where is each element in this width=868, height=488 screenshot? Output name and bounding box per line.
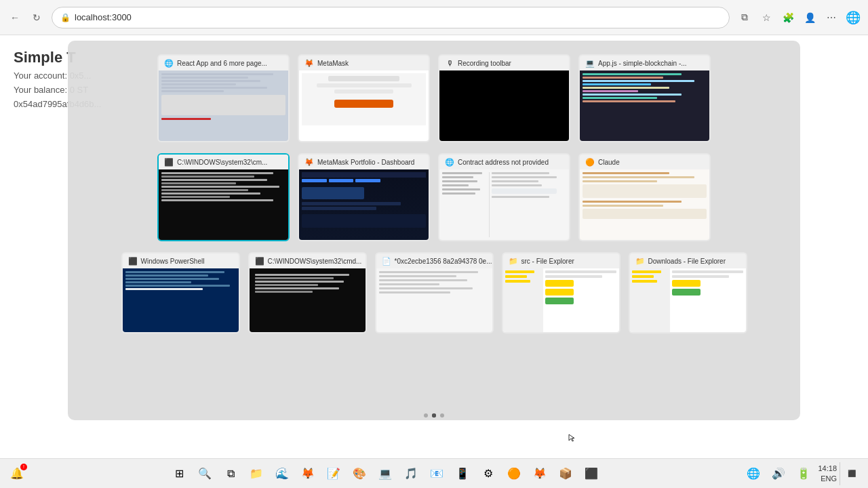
alttab-overlay: 🌐 React App and 6 more page... 🦊 MetaMas…: [68, 41, 800, 420]
downloads-icon: 📁: [635, 256, 645, 266]
claude-preview: [580, 169, 709, 240]
taskbar-notification[interactable]: 🔔 !: [5, 462, 28, 485]
taskbar-left: 🔔 !: [5, 462, 28, 485]
window-thumb-claude[interactable]: 🟠 Claude: [578, 153, 711, 241]
more-button[interactable]: ⋯: [822, 8, 841, 27]
window-header-src-explorer: 📁 src - File Explorer: [503, 253, 619, 268]
window-thumb-downloads-explorer[interactable]: 📁 Downloads - File Explorer: [629, 252, 747, 333]
taskbar-settings[interactable]: ⚙: [477, 462, 500, 485]
tray-network[interactable]: 🌐: [742, 462, 765, 485]
appjs-title: App.js - simple-blockchain -...: [598, 60, 687, 67]
downloads-preview: [630, 268, 746, 332]
window-row-1: 🌐 React App and 6 more page... 🦊 MetaMas…: [81, 54, 787, 142]
lock-icon: 🔒: [60, 13, 71, 22]
cmd2-preview: [250, 268, 366, 332]
taskbar-paint[interactable]: 🎨: [348, 462, 371, 485]
window-header-mm-portfolio: 🦊 MetaMask Portfolio - Dashboard: [299, 155, 429, 169]
taskbar: 🔔 ! ⊞ 🔍 ⧉ 📁 🌊 🦊 📝 🎨 💻 🎵 📧 📱 ⚙ 🟠 🦊 📦 ⬛ 🌐 …: [0, 458, 868, 488]
taskbar-edge[interactable]: 🌊: [271, 462, 294, 485]
profile-button[interactable]: 👤: [800, 8, 819, 27]
tray-sound[interactable]: 🔊: [767, 462, 790, 485]
src-explorer-title: src - File Explorer: [521, 258, 574, 265]
metamask-icon: 🦊: [304, 58, 314, 68]
window-header-js-file: 📄 *0xc2ecbe1356 8a2a94378 0e...: [376, 253, 492, 268]
taskbar-package[interactable]: 📦: [554, 462, 577, 485]
window-header-claude: 🟠 Claude: [580, 155, 709, 169]
refresh-button[interactable]: ↻: [27, 8, 46, 27]
react-title: React App and 6 more page...: [177, 60, 267, 67]
bookmark-button[interactable]: ☆: [757, 8, 776, 27]
clock[interactable]: 14:18 ENG: [818, 464, 837, 483]
taskbar-metamask[interactable]: 🦊: [296, 462, 319, 485]
taskbar-claude-app[interactable]: 🟠: [502, 462, 526, 485]
contract-title: Contract address not provided: [458, 159, 549, 166]
taskbar-phone[interactable]: 📱: [451, 462, 474, 485]
window-thumb-mm-portfolio[interactable]: 🦊 MetaMask Portfolio - Dashboard: [298, 153, 430, 241]
browser-nav-buttons: ← ↻: [5, 8, 46, 27]
window-header-powershell: ⬛ Windows PowerShell: [123, 253, 239, 268]
window-thumb-js-file[interactable]: 📄 *0xc2ecbe1356 8a2a94378 0e...: [375, 252, 494, 333]
taskbar-taskview[interactable]: ⧉: [219, 462, 242, 485]
window-row-2: ⬛ C:\WINDOWS\system32\cm... 🦊 MetaMask P…: [81, 153, 787, 241]
downloads-title: Downloads - File Explorer: [648, 258, 726, 265]
mm-portfolio-icon: 🦊: [304, 157, 314, 167]
clock-lang: ENG: [818, 474, 837, 483]
address-bar[interactable]: 🔒 localhost:3000: [52, 7, 730, 28]
contract-preview: [439, 169, 569, 240]
taskbar-vscode[interactable]: 💻: [374, 462, 397, 485]
powershell-preview: [123, 268, 239, 332]
window-header-appjs: 💻 App.js - simple-blockchain -...: [580, 56, 709, 70]
window-thumb-react-app[interactable]: 🌐 React App and 6 more page...: [157, 54, 290, 142]
window-thumb-cmd1[interactable]: ⬛ C:\WINDOWS\system32\cm...: [157, 153, 290, 241]
taskbar-spotify[interactable]: 🎵: [399, 462, 422, 485]
window-thumb-appjs[interactable]: 💻 App.js - simple-blockchain -...: [578, 54, 711, 142]
cmd2-title: C:\WINDOWS\system32\cmd...: [268, 258, 362, 265]
recording-title: Recording toolbar: [458, 60, 511, 67]
window-row-3: ⬛ Windows PowerShell ⬛ C:\WINDOWS\system…: [81, 252, 787, 333]
js-file-icon: 📄: [382, 256, 391, 266]
mm-portfolio-title: MetaMask Portfolio - Dashboard: [317, 159, 414, 166]
appjs-icon: 💻: [585, 58, 595, 68]
extensions-button[interactable]: 🧩: [778, 8, 797, 27]
taskbar-terminal[interactable]: ⬛: [580, 462, 603, 485]
window-thumb-recording[interactable]: 🎙 Recording toolbar: [438, 54, 570, 142]
show-desktop-button[interactable]: ⬛: [840, 462, 863, 485]
window-thumb-cmd2[interactable]: ⬛ C:\WINDOWS\system32\cmd...: [248, 252, 367, 333]
js-file-title: *0xc2ecbe1356 8a2a94378 0e...: [395, 258, 492, 265]
src-explorer-preview: [503, 268, 619, 332]
tray-battery[interactable]: 🔋: [792, 462, 815, 485]
window-header-metamask: 🦊 MetaMask: [299, 56, 429, 70]
edge-icon[interactable]: 🌐: [844, 8, 863, 27]
window-header-react-app: 🌐 React App and 6 more page...: [159, 56, 288, 70]
js-file-preview: [376, 268, 492, 332]
taskbar-search[interactable]: 🔍: [193, 462, 216, 485]
powershell-title: Windows PowerShell: [141, 258, 205, 265]
cmd2-icon: ⬛: [255, 256, 264, 266]
open-tab-button[interactable]: ⧉: [735, 8, 754, 27]
cmd1-title: C:\WINDOWS\system32\cm...: [177, 159, 267, 166]
window-thumb-metamask[interactable]: 🦊 MetaMask: [298, 54, 430, 142]
claude-icon: 🟠: [585, 157, 595, 167]
react-icon: 🌐: [164, 58, 174, 68]
appjs-preview: [580, 70, 709, 141]
metamask-preview: [299, 70, 429, 141]
recording-preview: [439, 70, 569, 141]
window-thumb-powershell[interactable]: ⬛ Windows PowerShell: [121, 252, 240, 333]
contract-icon: 🌐: [445, 157, 454, 167]
window-header-cmd2: ⬛ C:\WINDOWS\system32\cmd...: [250, 253, 366, 268]
taskbar-notepad[interactable]: 📝: [322, 462, 345, 485]
metamask-title: MetaMask: [317, 60, 349, 67]
claude-title: Claude: [598, 159, 620, 166]
taskbar-start-button[interactable]: ⊞: [167, 462, 191, 485]
window-thumb-src-explorer[interactable]: 📁 src - File Explorer: [502, 252, 620, 333]
browser-chrome: ← ↻ 🔒 localhost:3000 ⧉ ☆ 🧩 👤 ⋯ 🌐: [0, 0, 868, 35]
window-thumb-contract[interactable]: 🌐 Contract address not provided: [438, 153, 570, 241]
taskbar-mail[interactable]: 📧: [425, 462, 448, 485]
window-header-contract: 🌐 Contract address not provided: [439, 155, 569, 169]
recording-icon: 🎙: [445, 58, 454, 68]
taskbar-metamask2[interactable]: 🦊: [528, 462, 551, 485]
back-button[interactable]: ←: [5, 8, 24, 27]
system-tray: 🌐 🔊 🔋: [742, 462, 815, 485]
taskbar-file-explorer[interactable]: 📁: [245, 462, 268, 485]
window-header-recording: 🎙 Recording toolbar: [439, 56, 569, 70]
